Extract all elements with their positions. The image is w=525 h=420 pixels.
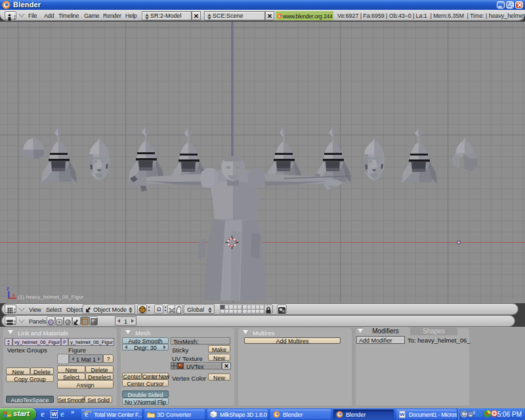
svg-text:3D: 3D <box>474 411 482 418</box>
svg-text:z: z <box>7 285 9 291</box>
svg-text:x: x <box>12 292 15 298</box>
